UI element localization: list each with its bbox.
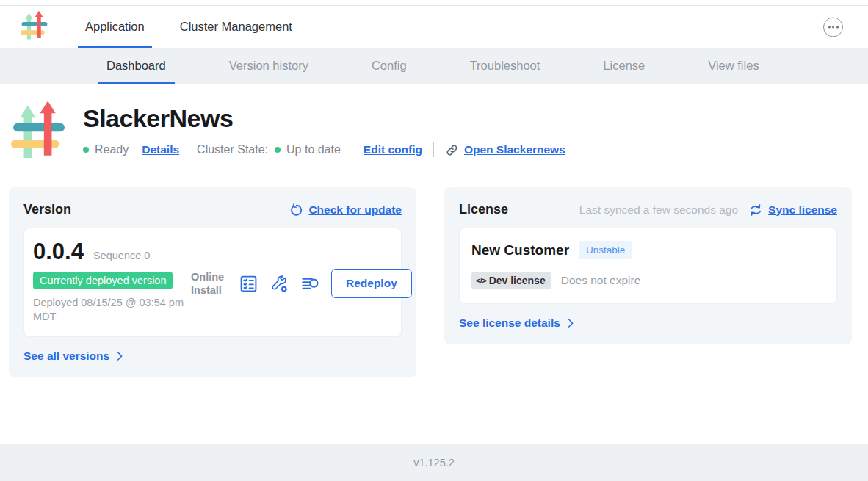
version-card-title: Version (23, 202, 71, 217)
last-synced-label: Last synced a few seconds ago (579, 203, 738, 217)
window-top-divider (0, 0, 868, 6)
sync-license-label: Sync license (768, 203, 837, 217)
code-icon: </> (476, 276, 486, 285)
chevron-right-icon (114, 350, 126, 362)
tab-application-label: Application (85, 20, 145, 34)
app-subnav: Dashboard Version history Config Trouble… (0, 48, 868, 84)
channel-badge: Unstable (579, 241, 632, 259)
license-detail-panel: New Customer Unstable </> Dev license Do… (459, 228, 837, 304)
license-type-label: Dev license (489, 275, 546, 286)
deployed-timestamp: Deployed 08/15/25 @ 03:54 pm MDT (33, 296, 191, 325)
version-number: 0.0.4 (33, 239, 84, 265)
sequence-label: Sequence 0 (93, 250, 150, 261)
see-all-versions-link[interactable]: See all versions (23, 350, 402, 363)
console-version: v1.125.2 (413, 457, 455, 469)
top-navbar: Application Cluster Management (0, 6, 868, 48)
subtab-dashboard[interactable]: Dashboard (98, 48, 175, 84)
open-app-link[interactable]: Open Slackernews (464, 143, 565, 156)
subtab-view-files-label: View files (708, 59, 759, 73)
overflow-menu-button[interactable] (823, 17, 843, 37)
customer-name: New Customer (471, 242, 569, 258)
external-link-chain-icon (445, 143, 459, 157)
dashboard-main: SlackerNews Ready Details Cluster State:… (0, 84, 868, 444)
check-for-update-label: Check for update (308, 203, 402, 217)
subtab-config[interactable]: Config (363, 48, 416, 84)
cluster-state-value: Up to date (286, 143, 341, 156)
subtab-troubleshoot-label: Troubleshoot (470, 59, 540, 73)
refresh-icon (289, 203, 303, 217)
subtab-license[interactable]: License (594, 48, 654, 84)
subtab-dashboard-label: Dashboard (106, 59, 166, 73)
sync-arrows-icon (748, 203, 763, 217)
app-ready-label: Ready (95, 143, 129, 156)
ellipsis-icon (828, 26, 831, 28)
license-type-badge: </> Dev license (471, 272, 551, 289)
subtab-config-label: Config (372, 59, 407, 73)
cluster-state-label: Cluster State: (197, 143, 268, 156)
slackernews-logo-icon (21, 10, 48, 43)
app-status-row: Ready Details Cluster State: Up to date … (83, 142, 565, 157)
subtab-troubleshoot[interactable]: Troubleshoot (461, 48, 549, 84)
dashboard-cards: Version Check for update (0, 164, 868, 377)
subtab-license-label: License (603, 59, 645, 73)
cluster-state-dot (275, 147, 281, 153)
tab-cluster-management[interactable]: Cluster Management (173, 6, 300, 48)
see-license-details-label: See license details (459, 317, 560, 330)
subtab-view-files[interactable]: View files (699, 48, 767, 84)
license-card-title: License (459, 202, 508, 217)
current-version-panel: 0.0.4 Sequence 0 Currently deployed vers… (23, 228, 402, 337)
config-wrench-icon[interactable] (270, 274, 289, 294)
app-ready-status-dot (83, 147, 89, 153)
version-card: Version Check for update (9, 187, 416, 377)
install-type-label: Online Install (191, 270, 228, 297)
subtab-version-history[interactable]: Version history (220, 48, 317, 84)
primary-nav: Application Cluster Management (78, 6, 320, 48)
license-card: License Last synced a few seconds ago Sy… (444, 187, 852, 344)
chevron-right-icon (565, 317, 576, 329)
admin-console-page: Application Cluster Management Dashboard… (0, 0, 868, 481)
currently-deployed-badge: Currently deployed version (33, 272, 173, 289)
license-expiry: Does not expire (561, 274, 641, 287)
divider (352, 142, 352, 157)
app-logo (11, 100, 67, 164)
status-details-link[interactable]: Details (142, 143, 179, 156)
subtab-version-history-label: Version history (229, 59, 308, 73)
redeploy-button[interactable]: Redeploy (331, 269, 412, 298)
page-title: SlackerNews (83, 104, 565, 133)
console-footer: v1.125.2 (0, 444, 868, 481)
edit-config-link[interactable]: Edit config (364, 143, 422, 156)
tab-cluster-management-label: Cluster Management (180, 20, 292, 34)
check-for-update-link[interactable]: Check for update (289, 203, 402, 217)
preflight-checks-icon[interactable] (239, 274, 258, 294)
deploy-logs-icon[interactable] (300, 274, 320, 294)
sync-license-link[interactable]: Sync license (748, 203, 837, 217)
tab-application[interactable]: Application (78, 6, 152, 48)
see-license-details-link[interactable]: See license details (459, 317, 837, 330)
divider (433, 142, 434, 157)
see-all-versions-label: See all versions (23, 350, 109, 363)
app-header: SlackerNews Ready Details Cluster State:… (11, 100, 868, 164)
